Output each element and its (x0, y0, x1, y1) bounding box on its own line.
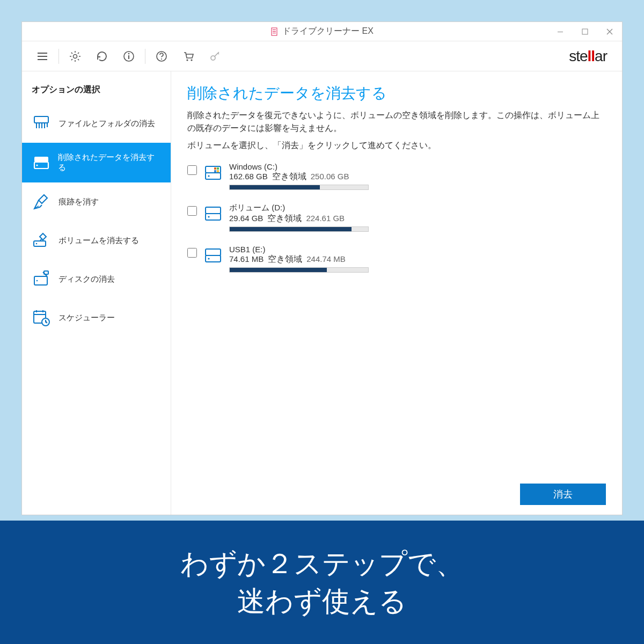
svg-rect-36 (206, 255, 221, 262)
toolbar: stellar (22, 41, 622, 71)
sidebar-item-erase-traces[interactable]: 痕跡を消す (22, 182, 171, 221)
info-icon[interactable] (118, 46, 140, 67)
svg-point-14 (211, 56, 215, 60)
sidebar-item-label: ディスクの消去 (58, 274, 115, 284)
main-panel: 削除されたデータを消去する 削除されたデータを復元できないように、ボリュームの空… (171, 71, 622, 515)
disk-erase-icon (32, 269, 51, 289)
key-icon[interactable] (204, 46, 226, 67)
volume-name: Windows (C:) (229, 162, 369, 171)
svg-rect-34 (206, 207, 221, 214)
svg-point-22 (36, 280, 38, 282)
volume-used: 29.64 GB (229, 214, 263, 223)
svg-rect-21 (34, 276, 47, 285)
sidebar-item-label: 削除されたデータを消去する (58, 152, 161, 173)
svg-rect-23 (44, 271, 48, 274)
svg-rect-26 (206, 173, 221, 179)
svg-point-9 (128, 53, 130, 54)
volume-total: 250.06 GB (311, 172, 349, 181)
free-space-label: 空き領域 (267, 213, 302, 224)
cart-icon[interactable] (178, 46, 199, 67)
menu-icon[interactable] (32, 46, 53, 67)
sidebar-item-label: ファイルとフォルダの消去 (58, 119, 155, 129)
drive-icon (32, 153, 50, 172)
drive-broom-icon (32, 231, 51, 250)
volume-name: ボリューム (D:) (229, 203, 369, 213)
svg-rect-3 (273, 33, 276, 33)
svg-rect-29 (214, 167, 216, 170)
page-instruction: ボリュームを選択し、「消去」をクリックして進めてください。 (187, 140, 606, 151)
sidebar: オプションの選択 ファイルとフォルダの消去 削除されたデータを消去する (22, 71, 171, 515)
free-space-label: 空き領域 (272, 171, 306, 182)
caption-line-1: わずか２ステップで、 (180, 545, 464, 582)
sidebar-item-erase-deleted[interactable]: 削除されたデータを消去する (22, 143, 171, 182)
svg-point-13 (191, 59, 192, 61)
svg-rect-2 (273, 31, 276, 32)
svg-point-6 (74, 54, 77, 58)
svg-point-35 (208, 216, 209, 217)
help-icon[interactable] (151, 46, 172, 67)
separator (58, 49, 59, 64)
page-description: 削除されたデータを復元できないように、ボリュームの空き領域を削除します。この操作… (187, 109, 606, 135)
svg-rect-37 (206, 249, 221, 255)
volume-row: ボリューム (D:) 29.64 GB 空き領域 224.61 GB (187, 203, 606, 232)
drive-icon (203, 246, 223, 265)
svg-rect-30 (217, 167, 219, 170)
volume-usage-bar (229, 185, 369, 190)
svg-point-11 (161, 58, 162, 59)
svg-rect-17 (34, 157, 48, 162)
refresh-icon[interactable] (91, 46, 113, 67)
volume-checkbox[interactable] (187, 165, 197, 175)
gear-icon[interactable] (64, 46, 86, 67)
volume-usage-bar (229, 226, 369, 232)
volume-row: USB1 (E:) 74.61 MB 空き領域 244.74 MB (187, 245, 606, 273)
volume-used: 162.68 GB (229, 172, 268, 181)
marketing-caption: わずか２ステップで、 迷わず使える (0, 521, 644, 644)
sidebar-item-label: 痕跡を消す (58, 197, 99, 207)
volume-row: Windows (C:) 162.68 GB 空き領域 250.06 GB (187, 162, 606, 190)
drive-icon (203, 204, 223, 223)
svg-rect-32 (217, 170, 219, 172)
volume-name: USB1 (E:) (229, 245, 369, 254)
svg-rect-1 (273, 30, 276, 30)
svg-point-12 (186, 59, 188, 61)
erase-button[interactable]: 消去 (520, 484, 606, 505)
svg-point-38 (208, 258, 209, 259)
separator (145, 49, 145, 64)
volume-checkbox[interactable] (187, 248, 197, 258)
svg-rect-19 (34, 241, 46, 246)
sidebar-item-scheduler[interactable]: スケジューラー (22, 298, 171, 337)
sidebar-item-files-folders[interactable]: ファイルとフォルダの消去 (22, 104, 171, 143)
calendar-clock-icon (32, 308, 51, 327)
sidebar-item-label: ボリュームを消去する (58, 236, 139, 246)
volume-used: 74.61 MB (229, 254, 264, 264)
window-title: ドライブクリーナー EX (282, 26, 374, 37)
sidebar-title: オプションの選択 (22, 81, 171, 104)
brand-logo: stellar (569, 48, 612, 65)
titlebar: ドライブクリーナー EX (22, 22, 622, 41)
drive-icon (203, 163, 223, 182)
page-title: 削除されたデータを消去する (187, 83, 606, 104)
svg-rect-33 (206, 214, 221, 220)
volume-total: 244.74 MB (306, 254, 346, 264)
volume-usage-bar (229, 267, 369, 273)
app-icon (270, 27, 279, 36)
sidebar-item-erase-volume[interactable]: ボリュームを消去する (22, 221, 171, 260)
volume-checkbox[interactable] (187, 206, 197, 216)
volume-total: 224.61 GB (306, 214, 345, 223)
svg-rect-15 (34, 116, 48, 123)
svg-point-28 (208, 175, 209, 177)
sidebar-item-erase-disk[interactable]: ディスクの消去 (22, 260, 171, 298)
caption-line-2: 迷わず使える (237, 582, 407, 620)
svg-rect-31 (214, 170, 216, 172)
volume-list: Windows (C:) 162.68 GB 空き領域 250.06 GB ボリ… (187, 162, 606, 273)
app-window: ドライブクリーナー EX (21, 21, 623, 515)
shredder-icon (32, 114, 51, 133)
broom-icon (32, 192, 51, 211)
sidebar-item-label: スケジューラー (58, 313, 115, 323)
svg-point-20 (36, 243, 38, 245)
svg-point-18 (36, 164, 38, 166)
free-space-label: 空き領域 (268, 254, 302, 265)
svg-rect-8 (128, 55, 129, 59)
